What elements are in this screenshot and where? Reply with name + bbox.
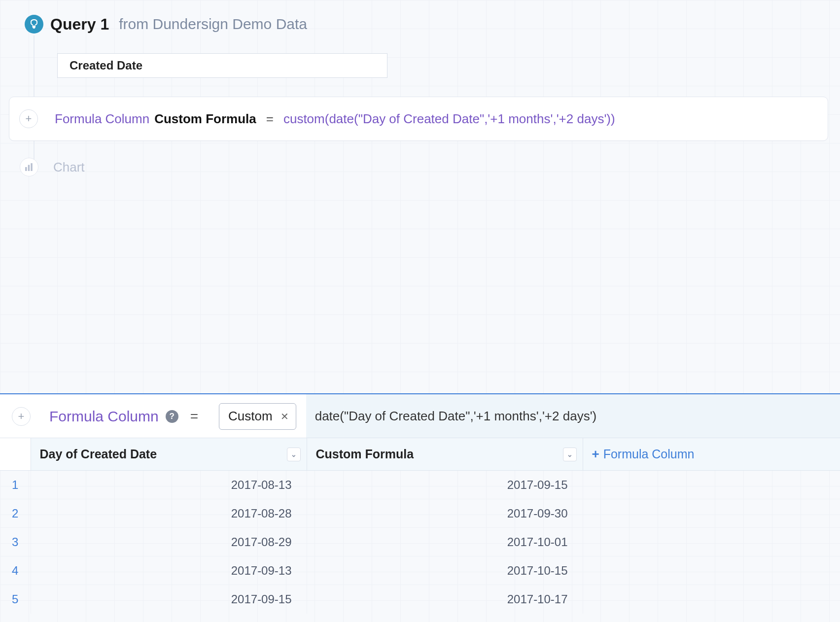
table-row[interactable]: 1 2017-08-13 2017-09-15	[0, 471, 840, 499]
table-row[interactable]: 5 2017-09-15 2017-10-17	[0, 585, 840, 614]
row-number: 3	[0, 528, 31, 556]
formula-editor-strip: + Formula Column ? = Custom ✕ date("Day …	[0, 393, 840, 439]
cell: 2017-10-17	[307, 585, 583, 614]
cell-empty	[583, 585, 840, 614]
close-icon[interactable]: ✕	[280, 411, 289, 422]
results-table: Day of Created Date ⌄ Custom Formula ⌄ +…	[0, 438, 840, 614]
editor-equals-sign: =	[190, 409, 198, 424]
add-column-label: Formula Column	[603, 447, 695, 461]
plus-icon: +	[592, 447, 599, 461]
svg-rect-2	[31, 163, 32, 171]
chart-label: Chart	[53, 160, 85, 175]
query-source-label: from Dundersign Demo Data	[119, 16, 307, 33]
cell-empty	[583, 499, 840, 528]
svg-rect-0	[25, 167, 27, 171]
formula-step-card[interactable]: + Formula Column Custom Formula = custom…	[9, 97, 828, 141]
formula-input[interactable]: date("Day of Created Date",'+1 months','…	[306, 394, 840, 438]
cell-empty	[583, 528, 840, 556]
formula-editor-row: + Formula Column ? = Custom ✕ date("Day …	[0, 394, 840, 439]
cell: 2017-09-13	[31, 556, 307, 585]
formula-type-chip-label: Custom	[228, 409, 273, 424]
field-pill-created-date[interactable]: Created Date	[57, 53, 387, 78]
equals-sign: =	[266, 111, 274, 127]
formula-type-chip[interactable]: Custom ✕	[219, 403, 296, 430]
row-number-header	[0, 438, 31, 471]
cell: 2017-09-30	[307, 499, 583, 528]
row-number: 5	[0, 585, 31, 614]
formula-step-type: Formula Column	[55, 111, 149, 127]
help-icon[interactable]: ?	[166, 410, 178, 423]
cell-empty	[583, 556, 840, 585]
query-header: Query 1 from Dundersign Demo Data	[25, 15, 307, 34]
cell: 2017-08-13	[31, 471, 307, 499]
cell: 2017-10-01	[307, 528, 583, 556]
formula-step-expression: custom(date("Day of Created Date",'+1 mo…	[283, 111, 615, 127]
column-header-custom-formula[interactable]: Custom Formula ⌄	[307, 438, 583, 471]
formula-input-value: date("Day of Created Date",'+1 months','…	[315, 409, 597, 424]
chevron-down-icon[interactable]: ⌄	[563, 448, 577, 461]
table-row[interactable]: 2 2017-08-28 2017-09-30	[0, 499, 840, 528]
chart-step-row[interactable]: Chart	[20, 158, 85, 176]
row-number: 2	[0, 499, 31, 528]
cell: 2017-08-29	[31, 528, 307, 556]
add-formula-column-button[interactable]: +Formula Column	[583, 438, 840, 471]
editor-step-type: Formula Column	[49, 408, 159, 425]
field-pill-label: Created Date	[70, 59, 142, 72]
editor-add-button[interactable]: +	[12, 407, 31, 426]
cell: 2017-09-15	[307, 471, 583, 499]
cell: 2017-10-15	[307, 556, 583, 585]
column-header-label: Custom Formula	[316, 447, 414, 461]
cell: 2017-08-28	[31, 499, 307, 528]
chevron-down-icon[interactable]: ⌄	[287, 448, 301, 461]
row-number: 1	[0, 471, 31, 499]
chart-icon	[20, 158, 38, 176]
add-step-button[interactable]: +	[19, 109, 38, 128]
table-row[interactable]: 3 2017-08-29 2017-10-01	[0, 528, 840, 556]
column-header-label: Day of Created Date	[40, 447, 157, 461]
svg-rect-1	[28, 165, 30, 171]
row-number: 4	[0, 556, 31, 585]
column-header-day-of-created-date[interactable]: Day of Created Date ⌄	[31, 438, 307, 471]
table-row[interactable]: 4 2017-09-13 2017-10-15	[0, 556, 840, 585]
postgres-icon	[25, 15, 43, 34]
cell: 2017-09-15	[31, 585, 307, 614]
query-title: Query 1	[50, 15, 109, 34]
formula-step-name: Custom Formula	[154, 111, 256, 127]
cell-empty	[583, 471, 840, 499]
